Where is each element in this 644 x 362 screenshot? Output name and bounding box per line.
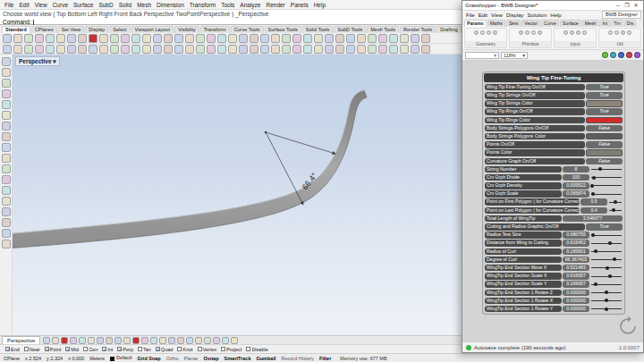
- slider-track[interactable]: [590, 232, 623, 239]
- menu-surface[interactable]: Surface: [71, 2, 96, 8]
- close-icon[interactable]: ✕: [631, 1, 640, 10]
- definition-selector[interactable]: BWB Designer: [602, 11, 641, 19]
- cplane-button[interactable]: CPlane: [4, 356, 20, 361]
- toggle-osnap[interactable]: Osnap: [203, 356, 218, 361]
- boolean-intersection-icon[interactable]: [346, 45, 355, 54]
- rebuild-curve-icon[interactable]: [207, 45, 216, 54]
- cplane-world-icon[interactable]: [228, 34, 237, 43]
- toolbar-tab-mesh-tools[interactable]: Mesh Tools: [367, 26, 399, 33]
- slider-knob[interactable]: [605, 299, 608, 302]
- open-file-icon[interactable]: [13, 34, 22, 43]
- polygon-icon[interactable]: [121, 45, 130, 54]
- polyline-icon[interactable]: [3, 45, 12, 54]
- util-component-icon[interactable]: [627, 30, 631, 35]
- toolbar-tab-set-view[interactable]: Set View: [58, 26, 85, 33]
- fillet-curve-icon[interactable]: [164, 45, 173, 54]
- slider-knob[interactable]: [594, 249, 597, 253]
- sphere-solid-icon[interactable]: [400, 45, 409, 54]
- curve-tool-icon[interactable]: [2, 122, 11, 130]
- technical-display-icon[interactable]: [88, 337, 95, 344]
- gh-tab-trn[interactable]: Trn: [611, 20, 623, 27]
- mesh-tools-icon[interactable]: [421, 45, 430, 54]
- input-component-icon[interactable]: [576, 30, 580, 35]
- xray-display-icon[interactable]: [79, 337, 86, 344]
- slider-knob[interactable]: [594, 282, 597, 286]
- gh-tab-int[interactable]: Int: [599, 20, 610, 27]
- slider-track[interactable]: [590, 265, 623, 272]
- toolbar-tab-cplanes[interactable]: CPlanes: [31, 26, 57, 33]
- ghosted-display-icon[interactable]: [70, 337, 77, 344]
- extend-curve-icon[interactable]: [185, 45, 194, 54]
- visibility-tool-icon[interactable]: [2, 229, 11, 238]
- gh-tab-params[interactable]: Params: [464, 20, 487, 27]
- input-component-icon[interactable]: [570, 30, 574, 35]
- slider-knob[interactable]: [590, 184, 594, 188]
- wing-tip-surface[interactable]: [13, 90, 367, 249]
- gumball-tool-icon[interactable]: [2, 111, 11, 120]
- boolean-toggle[interactable]: False: [586, 141, 623, 148]
- gh-tab-vector[interactable]: Vector: [521, 20, 540, 27]
- menu-analyze[interactable]: Analyze: [237, 2, 263, 8]
- slider-knob[interactable]: [598, 167, 602, 171]
- toolbar-tab-solid-tools[interactable]: Solid Tools: [302, 26, 334, 33]
- menu-help[interactable]: Help: [311, 2, 328, 8]
- checkbox-mid[interactable]: ✓: [65, 347, 70, 351]
- slider-knob[interactable]: [612, 208, 615, 212]
- toolbar-tab-curve-tools[interactable]: Curve Tools: [231, 26, 264, 33]
- wing-tip-panel-group[interactable]: Wing Tip Fine-Tuning Wing Tip Fine-Tunin…: [482, 72, 625, 315]
- cut-icon[interactable]: [46, 34, 55, 43]
- toolbar-tab-render-tools[interactable]: Render Tools: [400, 26, 436, 33]
- fillet-tool-icon[interactable]: [2, 186, 11, 195]
- toggle-planar[interactable]: Planar: [183, 356, 198, 361]
- color-swatch[interactable]: [586, 117, 623, 124]
- surface-tool-icon[interactable]: [2, 132, 11, 141]
- revolve-surface-icon[interactable]: [228, 45, 237, 54]
- slider-knob[interactable]: [591, 233, 595, 237]
- pen-display-icon[interactable]: [106, 337, 113, 344]
- copy-object-icon[interactable]: [271, 34, 280, 43]
- color-swatch[interactable]: [586, 149, 623, 156]
- circle-center-icon[interactable]: [56, 45, 65, 54]
- toggle-gumball[interactable]: Gumball: [256, 356, 275, 361]
- rotate-tool-icon[interactable]: [2, 89, 11, 98]
- slider-track[interactable]: [590, 174, 623, 181]
- boolean-toggle[interactable]: True: [586, 108, 623, 115]
- turntable-icon[interactable]: [195, 337, 202, 344]
- group-objects-icon[interactable]: [357, 34, 366, 43]
- zoom-extents-icon[interactable]: [131, 34, 140, 43]
- osnap-point[interactable]: ✓Point: [45, 347, 62, 352]
- slider-track[interactable]: [590, 190, 623, 198]
- gh-tab-dis[interactable]: Dis: [624, 20, 637, 27]
- slider-track[interactable]: [590, 257, 623, 264]
- sweep1-icon[interactable]: [239, 45, 248, 54]
- osnap-quad[interactable]: ✓Quad: [156, 347, 173, 352]
- boolean-toggle[interactable]: True: [586, 92, 623, 99]
- osnap-knot[interactable]: Knot: [177, 347, 192, 352]
- box-solid-icon[interactable]: [389, 45, 398, 54]
- checkbox-disable[interactable]: [246, 347, 250, 351]
- undo-icon[interactable]: [78, 34, 87, 43]
- gh-menu-view[interactable]: View: [489, 13, 504, 18]
- select-pointer-icon[interactable]: [2, 57, 11, 66]
- checkbox-point[interactable]: ✓: [45, 347, 49, 351]
- pan-view-icon[interactable]: [164, 34, 173, 43]
- primitive-component-icon[interactable]: [538, 30, 542, 35]
- select-brush-icon[interactable]: [2, 68, 11, 77]
- toolbar-tab-surface-tools[interactable]: Surface Tools: [265, 26, 301, 33]
- display-settings-icon[interactable]: [231, 337, 238, 344]
- redo-icon[interactable]: [89, 34, 97, 43]
- gh-tab-mesh[interactable]: Mesh: [582, 20, 599, 27]
- hide-object-icon[interactable]: [368, 34, 377, 43]
- environment-icon[interactable]: [213, 337, 220, 344]
- gh-menu-file[interactable]: File: [464, 13, 477, 18]
- move-tool-icon[interactable]: [2, 79, 11, 88]
- help-icon[interactable]: [421, 34, 430, 43]
- set-cplane-icon[interactable]: [217, 34, 226, 43]
- toolbar-tab-standard[interactable]: Standard: [2, 26, 30, 33]
- gh-menu-edit[interactable]: Edit: [477, 13, 489, 18]
- toolbar-tab-drafting[interactable]: Drafting: [436, 26, 461, 33]
- blend-surface-icon[interactable]: [314, 45, 323, 54]
- sun-settings-icon[interactable]: [168, 337, 175, 344]
- menu-mesh[interactable]: Mesh: [134, 2, 154, 8]
- free-curve-icon[interactable]: [24, 45, 33, 54]
